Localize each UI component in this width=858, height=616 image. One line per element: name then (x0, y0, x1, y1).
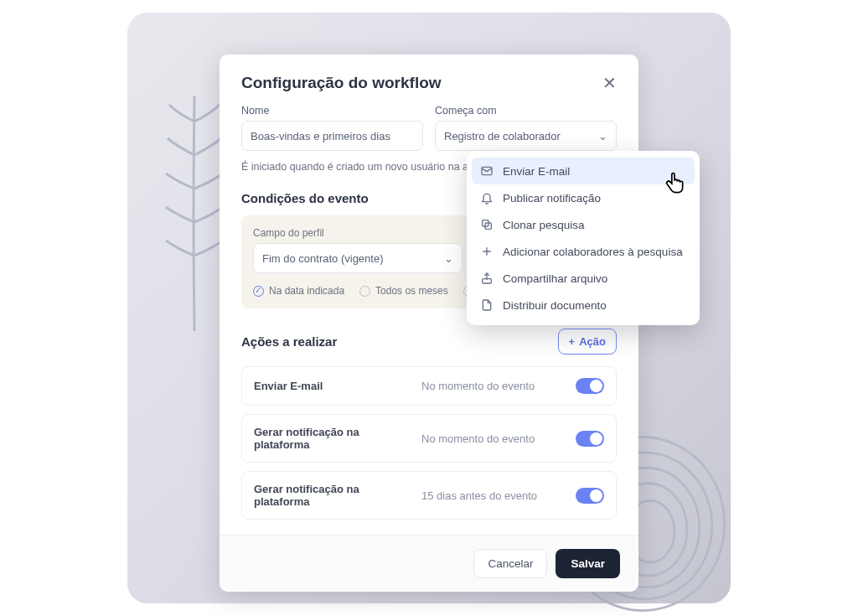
name-label: Nome (241, 105, 423, 116)
profile-field-label: Campo do perfil (253, 227, 463, 239)
start-label: Começa com (435, 105, 617, 116)
cancel-button[interactable]: Cancelar (473, 549, 547, 578)
dropdown-item-email[interactable]: Enviar E-mail (472, 158, 695, 184)
action-when: 15 dias antes do evento (421, 489, 567, 502)
action-toggle[interactable] (576, 431, 604, 447)
mail-icon (480, 164, 494, 178)
start-select-value: Registro de colaborador (444, 130, 561, 142)
chevron-down-icon: ⌄ (598, 130, 607, 142)
modal-header: Configuração do workflow ✕ (220, 54, 638, 105)
radio-on-date-label: Na data indicada (269, 285, 344, 297)
profile-field-value: Fim do contrato (vigente) (262, 252, 384, 265)
save-button[interactable]: Salvar (556, 549, 620, 578)
add-action-label: Ação (579, 335, 606, 348)
plus-icon: + (569, 335, 576, 348)
action-toggle[interactable] (576, 488, 604, 504)
dropdown-item-clone[interactable]: Clonar pesquisa (467, 211, 700, 238)
modal-title: Configuração do workflow (241, 74, 442, 92)
dropdown-item-label: Distribuir documento (503, 299, 607, 312)
action-when: No momento do evento (421, 380, 567, 392)
dropdown-item-distribute[interactable]: Distribuir documento (467, 292, 700, 318)
action-name: Gerar notificação na plataforma (254, 426, 413, 451)
radio-every-month-label: Todos os meses (375, 285, 448, 297)
radio-on-date[interactable]: Na data indicada (253, 285, 344, 297)
modal-footer: Cancelar Salvar (220, 535, 638, 592)
name-input-value: Boas-vindas e primeiros dias (251, 130, 390, 142)
copy-icon (480, 218, 494, 231)
radio-circle-icon (253, 286, 264, 297)
radio-circle-icon (359, 286, 370, 297)
radio-every-month[interactable]: Todos os meses (359, 285, 448, 297)
action-row[interactable]: Gerar notificação na plataforma 15 dias … (241, 471, 617, 520)
stage-background: Configuração do workflow ✕ Nome Boas-vin… (127, 13, 731, 603)
action-name: Enviar E-mail (254, 380, 413, 392)
dropdown-item-label: Compartilhar arquivo (503, 272, 607, 285)
dropdown-item-label: Enviar E-mail (503, 165, 570, 178)
dropdown-item-label: Adicionar colaboradores à pesquisa (503, 246, 683, 258)
profile-field-select[interactable]: Fim do contrato (vigente) ⌄ (253, 243, 463, 273)
dropdown-item-notification[interactable]: Publicar notificação (467, 184, 700, 211)
dropdown-item-label: Publicar notificação (503, 192, 601, 204)
share-icon (480, 272, 494, 285)
actions-title: Ações a realizar (241, 334, 337, 349)
action-row[interactable]: Enviar E-mail No momento do evento (241, 366, 617, 406)
plus-icon (480, 245, 494, 258)
start-select[interactable]: Registro de colaborador ⌄ (435, 121, 617, 151)
action-when: No momento do evento (421, 432, 567, 445)
action-type-dropdown: Enviar E-mail Publicar notificação Clona… (467, 151, 700, 325)
name-input[interactable]: Boas-vindas e primeiros dias (241, 121, 423, 151)
action-toggle[interactable] (576, 378, 604, 394)
dropdown-item-add-collab[interactable]: Adicionar colaboradores à pesquisa (467, 238, 700, 265)
chevron-down-icon: ⌄ (444, 252, 453, 265)
action-row[interactable]: Gerar notificação na plataforma No momen… (241, 414, 617, 463)
dropdown-item-share[interactable]: Compartilhar arquivo (467, 265, 700, 292)
document-icon (480, 298, 494, 312)
close-icon[interactable]: ✕ (602, 73, 617, 93)
dropdown-item-label: Clonar pesquisa (503, 219, 585, 231)
bell-icon (480, 191, 494, 204)
action-name: Gerar notificação na plataforma (254, 483, 413, 508)
add-action-button[interactable]: + Ação (558, 329, 617, 355)
